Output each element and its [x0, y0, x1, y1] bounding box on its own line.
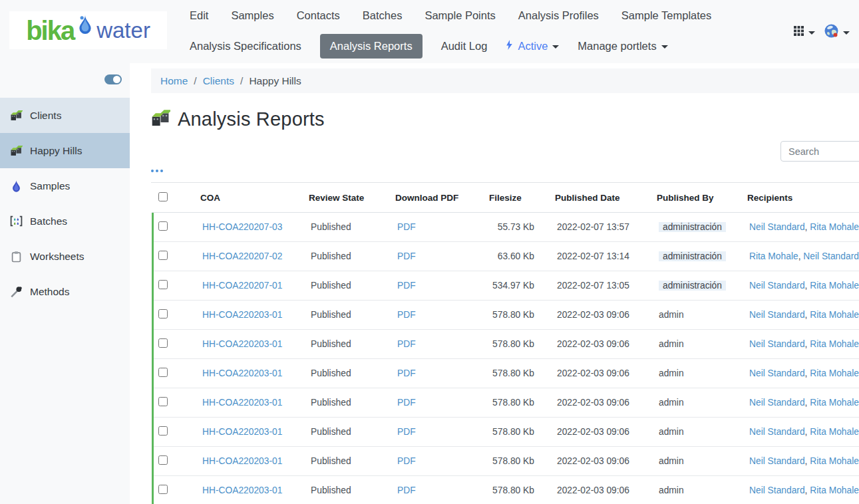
review-state-cell: Published — [303, 310, 390, 320]
recipient-link[interactable]: Neil Standard — [749, 368, 805, 378]
row-checkbox[interactable] — [158, 309, 168, 318]
table-row: HH-COA220203-01PublishedPDF578.80 Kb2022… — [154, 418, 859, 447]
recipient-link[interactable]: Rita Mohale — [810, 339, 859, 349]
coa-link[interactable]: HH-COA220203-01 — [202, 310, 282, 320]
nav-item-analysis-reports[interactable]: Analysis Reports — [320, 34, 423, 59]
sidebar-item-worksheets[interactable]: Worksheets — [0, 239, 130, 274]
breadcrumb-clients[interactable]: Clients — [203, 75, 234, 87]
coa-link[interactable]: HH-COA220203-01 — [202, 456, 282, 466]
language-menu[interactable] — [824, 24, 850, 41]
published-date-cell: 2022-02-03 09:06 — [544, 368, 649, 378]
sidebar-collapse-toggle[interactable] — [104, 74, 122, 84]
row-checkbox[interactable] — [158, 280, 168, 289]
filesize-cell: 578.80 Kb — [484, 368, 544, 378]
table-body: HH-COA220207-03PublishedPDF55.73 Kb2022-… — [152, 213, 859, 504]
pdf-link[interactable]: PDF — [397, 251, 416, 261]
apps-grid-menu[interactable] — [794, 26, 815, 39]
recipient-link[interactable]: Rita Mohale — [810, 281, 859, 291]
pdf-link[interactable]: PDF — [397, 339, 416, 349]
select-all-checkbox[interactable] — [158, 192, 168, 201]
row-checkbox[interactable] — [158, 338, 168, 348]
nav-item-analysis-specifications[interactable]: Analysis Specifications — [190, 40, 301, 53]
recipient-link[interactable]: Rita Mohale — [810, 398, 859, 408]
chevron-down-icon — [843, 31, 850, 35]
recipient-link[interactable]: Neil Standard — [803, 251, 859, 261]
bika-water-logo[interactable]: bika water — [9, 11, 167, 49]
pdf-link[interactable]: PDF — [397, 281, 416, 291]
coa-link[interactable]: HH-COA220207-02 — [202, 251, 282, 261]
recipient-link[interactable]: Neil Standard — [749, 485, 805, 495]
nav-item-audit-log[interactable]: Audit Log — [441, 40, 488, 53]
nav-item-sample-templates[interactable]: Sample Templates — [621, 9, 711, 22]
row-checkbox[interactable] — [158, 426, 168, 436]
breadcrumb: Home/Clients/Happy Hills — [151, 68, 859, 93]
row-checkbox[interactable] — [158, 455, 168, 465]
download-pdf-cell: PDF — [390, 456, 484, 466]
sidebar-item-batches[interactable]: Batches — [0, 203, 130, 239]
recipient-link[interactable]: Rita Mohale — [810, 368, 859, 378]
coa-link[interactable]: HH-COA220207-03 — [202, 222, 282, 232]
sidebar-item-happy-hills[interactable]: Happy Hills — [0, 133, 130, 168]
recipient-link[interactable]: Neil Standard — [749, 222, 805, 232]
pdf-link[interactable]: PDF — [397, 427, 416, 437]
recipient-link[interactable]: Rita Mohale — [810, 310, 859, 320]
nav-item-contacts[interactable]: Contacts — [297, 9, 340, 22]
sidebar-item-clients[interactable]: Clients — [0, 98, 130, 133]
row-checkbox[interactable] — [158, 221, 168, 231]
recipient-link[interactable]: Neil Standard — [749, 281, 805, 291]
table-row: HH-COA220203-01PublishedPDF578.80 Kb2022… — [154, 330, 859, 359]
coa-link[interactable]: HH-COA220203-01 — [202, 398, 282, 408]
recipients-cell: Neil Standard, Rita Mohale — [737, 281, 859, 291]
row-select-cell — [154, 309, 195, 320]
coa-link[interactable]: HH-COA220207-01 — [202, 281, 282, 291]
published-by-badge: administración — [659, 281, 726, 291]
table-row: HH-COA220203-01PublishedPDF578.80 Kb2022… — [154, 359, 859, 388]
nav-item-edit[interactable]: Edit — [190, 9, 208, 22]
coa-link[interactable]: HH-COA220203-01 — [202, 485, 282, 495]
context-menu-ellipsis-icon[interactable] — [151, 170, 163, 172]
nav-item-analysis-profiles[interactable]: Analysis Profiles — [518, 9, 599, 22]
pdf-link[interactable]: PDF — [397, 310, 416, 320]
row-checkbox[interactable] — [158, 397, 168, 406]
recipient-link[interactable]: Neil Standard — [749, 339, 805, 349]
published-date-cell: 2022-02-03 09:06 — [544, 456, 649, 466]
sidebar-item-methods[interactable]: Methods — [0, 274, 130, 309]
nav-item-manage-portlets[interactable]: Manage portlets — [578, 40, 667, 53]
column-header-published-date: Published Date — [542, 193, 647, 203]
pdf-link[interactable]: PDF — [397, 485, 416, 495]
row-checkbox[interactable] — [158, 251, 168, 260]
sidebar-item-label: Happy Hills — [30, 145, 82, 157]
sidebar: ClientsHappy HillsSamplesBatchesWorkshee… — [0, 63, 130, 504]
recipient-link[interactable]: Rita Mohale — [810, 456, 859, 466]
recipient-link[interactable]: Rita Mohale — [810, 485, 859, 495]
nav-item-active[interactable]: Active — [506, 40, 559, 53]
pdf-link[interactable]: PDF — [397, 398, 416, 408]
row-checkbox[interactable] — [158, 485, 168, 494]
pdf-link[interactable]: PDF — [397, 456, 416, 466]
recipient-link[interactable]: Neil Standard — [749, 310, 805, 320]
recipient-link[interactable]: Rita Mohale — [810, 427, 859, 437]
coa-link[interactable]: HH-COA220203-01 — [202, 427, 282, 437]
recipient-link[interactable]: Neil Standard — [749, 456, 805, 466]
row-select-cell — [154, 397, 195, 408]
breadcrumb-home[interactable]: Home — [160, 75, 188, 87]
recipient-link[interactable]: Neil Standard — [749, 427, 805, 437]
recipient-link[interactable]: Neil Standard — [749, 398, 805, 408]
nav-item-sample-points[interactable]: Sample Points — [425, 9, 495, 22]
recipients-cell: Neil Standard, Rita Mohale — [737, 368, 859, 378]
coa-link[interactable]: HH-COA220203-01 — [202, 339, 282, 349]
recipients-cell: Neil Standard, Rita Mohale — [737, 485, 859, 495]
language-globe-icon — [824, 24, 838, 41]
recipient-link[interactable]: Rita Mohale — [810, 222, 859, 232]
pdf-link[interactable]: PDF — [397, 368, 416, 378]
pdf-link[interactable]: PDF — [397, 222, 416, 232]
recipient-link[interactable]: Rita Mohale — [749, 251, 798, 261]
filesize-cell: 578.80 Kb — [484, 456, 544, 466]
search-input[interactable] — [780, 141, 859, 162]
nav-item-samples[interactable]: Samples — [231, 9, 273, 22]
sidebar-item-samples[interactable]: Samples — [0, 168, 130, 203]
row-checkbox[interactable] — [158, 368, 168, 377]
coa-link[interactable]: HH-COA220203-01 — [202, 368, 282, 378]
nav-item-batches[interactable]: Batches — [363, 9, 403, 22]
sidebar-item-label: Batches — [30, 215, 67, 227]
